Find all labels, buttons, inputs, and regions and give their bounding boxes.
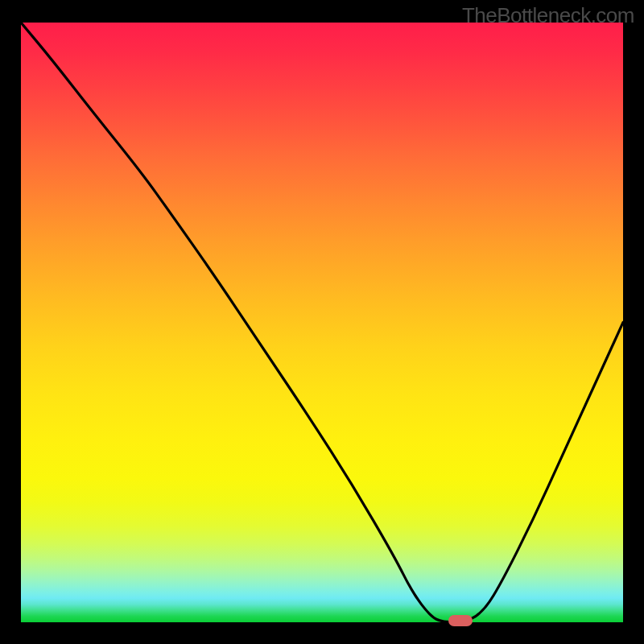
watermark-text: TheBottleneck.com (462, 3, 634, 28)
bottleneck-curve (21, 23, 623, 622)
chart-plot-area (21, 23, 623, 622)
optimal-point-marker (448, 615, 473, 626)
